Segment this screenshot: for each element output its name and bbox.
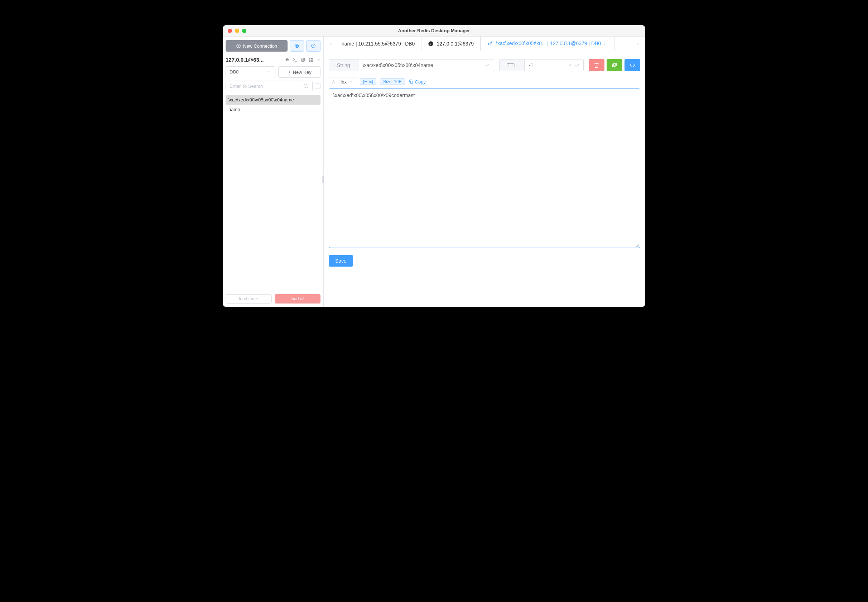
traffic-lights: [223, 29, 246, 33]
close-window-icon[interactable]: [228, 29, 232, 33]
load-more-button[interactable]: load more: [226, 294, 272, 304]
key-name-field-group: String \xac\xed\x00\x05t\x00\x04name: [329, 59, 494, 71]
svg-point-4: [296, 45, 298, 47]
chevron-up-icon[interactable]: [316, 58, 320, 62]
tab[interactable]: name | 10.211.55.5@6379 | DB0: [335, 37, 421, 51]
plus-circle-icon: [236, 43, 241, 48]
zoom-window-icon[interactable]: [242, 29, 246, 33]
svg-point-22: [334, 80, 334, 81]
new-connection-label: New Connection: [243, 43, 277, 49]
sidebar: New Connection 127.0.0.1@63...: [223, 37, 324, 307]
db-selector[interactable]: DB0: [226, 66, 276, 77]
new-connection-button[interactable]: New Connection: [226, 40, 288, 52]
key-item[interactable]: name: [226, 104, 320, 114]
db-row: DB0 New Key: [226, 66, 320, 78]
save-row: Save: [329, 255, 640, 267]
svg-point-19: [488, 43, 490, 45]
search-placeholder: Enter To Search: [230, 83, 263, 89]
chevron-down-icon: [349, 80, 353, 84]
refresh-icon[interactable]: [300, 57, 305, 62]
terminal-icon[interactable]: [292, 57, 298, 62]
new-key-label: New Key: [293, 69, 312, 75]
check-icon[interactable]: [485, 63, 490, 68]
db-selector-value: DB0: [230, 69, 239, 75]
svg-line-14: [307, 87, 308, 88]
key-list: \xac\xed\x00\x05t\x00\x04name name: [226, 95, 320, 290]
log-button[interactable]: [306, 40, 320, 52]
connection-header[interactable]: 127.0.0.1@63...: [226, 57, 320, 63]
sidebar-top-row: New Connection: [226, 40, 320, 52]
load-all-button[interactable]: load all: [275, 294, 321, 304]
sidebar-footer: load more load all: [226, 290, 320, 304]
sidebar-resize-handle[interactable]: [322, 172, 325, 186]
key-type-label: String: [329, 60, 358, 71]
delete-key-button[interactable]: [589, 59, 605, 71]
tab-scroll-right[interactable]: [634, 37, 642, 51]
home-icon[interactable]: [285, 57, 290, 62]
app-body: New Connection 127.0.0.1@63...: [223, 37, 645, 307]
tab-close-icon[interactable]: 〉: [604, 40, 608, 47]
hex-tag: [Hex]: [360, 78, 377, 85]
plus-icon: [287, 70, 291, 74]
save-button[interactable]: Save: [329, 255, 353, 267]
connection-name: 127.0.0.1@63...: [226, 57, 263, 63]
exact-match-checkbox[interactable]: [315, 83, 320, 89]
window-title: Another Redis Desktop Manager: [223, 28, 645, 33]
key-name-suffix: [482, 60, 494, 71]
tab-label: 127.0.0.1@6379: [436, 41, 474, 47]
connection-actions: [285, 57, 320, 62]
target-icon: [294, 43, 299, 48]
chevron-down-icon: [267, 69, 271, 74]
search-icon: [303, 83, 309, 89]
ttl-label: TTL: [499, 60, 525, 71]
clear-icon[interactable]: [568, 63, 572, 68]
size-tag: Size: 16B: [380, 78, 405, 85]
copy-button[interactable]: Copy: [409, 79, 426, 84]
tab-label: \xac\xed\x00\x05t\x0... | 127.0.0.1@6379…: [496, 40, 601, 46]
value-content: \xac\xed\x00\x05t\x00\x09codermast: [334, 92, 415, 98]
svg-rect-10: [311, 60, 312, 61]
svg-rect-8: [311, 58, 312, 59]
svg-rect-9: [309, 60, 311, 61]
grid-icon[interactable]: [308, 57, 313, 62]
app-window: Another Redis Desktop Manager New Connec…: [223, 25, 645, 307]
value-toolbar: Hex [Hex] Size: 16B Copy: [329, 77, 640, 86]
tree-icon: [331, 79, 336, 84]
format-selector-value: Hex: [338, 79, 347, 84]
clock-icon: [311, 43, 316, 48]
ttl-field-group: TTL -1: [499, 59, 584, 71]
ttl-input[interactable]: -1: [525, 60, 564, 71]
window-titlebar: Another Redis Desktop Manager: [223, 25, 645, 37]
refresh-key-button[interactable]: [606, 59, 622, 71]
search-row: Enter To Search: [226, 81, 320, 91]
copy-label: Copy: [415, 79, 426, 84]
svg-rect-25: [410, 81, 412, 83]
copy-icon: [409, 79, 413, 84]
key-name-input[interactable]: \xac\xed\x00\x05t\x00\x04name: [358, 60, 482, 71]
tab-active[interactable]: \xac\xed\x00\x05t\x0... | 127.0.0.1@6379…: [481, 37, 615, 51]
ttl-suffix: [564, 60, 583, 71]
tab[interactable]: i 127.0.0.1@6379: [421, 37, 481, 51]
tab-label: name | 10.211.55.5@6379 | DB0: [341, 41, 415, 47]
code-icon: [629, 62, 635, 68]
value-format-selector[interactable]: Hex: [329, 77, 356, 86]
key-action-buttons: [589, 59, 640, 71]
svg-point-13: [304, 84, 307, 88]
tab-scroll-left[interactable]: [326, 37, 335, 51]
info-circle-icon: i: [428, 41, 434, 47]
key-item[interactable]: \xac\xed\x00\x05t\x00\x04name: [226, 95, 320, 104]
minimize-window-icon[interactable]: [235, 29, 239, 33]
main-panel: name | 10.211.55.5@6379 | DB0 i 127.0.0.…: [324, 37, 645, 307]
new-key-button[interactable]: New Key: [278, 66, 321, 78]
check-icon[interactable]: [575, 63, 580, 68]
refresh-icon: [612, 62, 617, 68]
key-icon: [487, 40, 493, 46]
key-toolbar: String \xac\xed\x00\x05t\x00\x04name TTL…: [329, 59, 640, 71]
tab-list: name | 10.211.55.5@6379 | DB0 i 127.0.0.…: [335, 37, 634, 51]
search-input[interactable]: Enter To Search: [226, 81, 312, 91]
code-view-button[interactable]: [625, 59, 640, 71]
value-textarea[interactable]: \xac\xed\x00\x05t\x00\x09codermast: [329, 89, 640, 248]
settings-button[interactable]: [290, 40, 304, 52]
text-cursor: [415, 93, 415, 98]
trash-icon: [594, 62, 599, 68]
